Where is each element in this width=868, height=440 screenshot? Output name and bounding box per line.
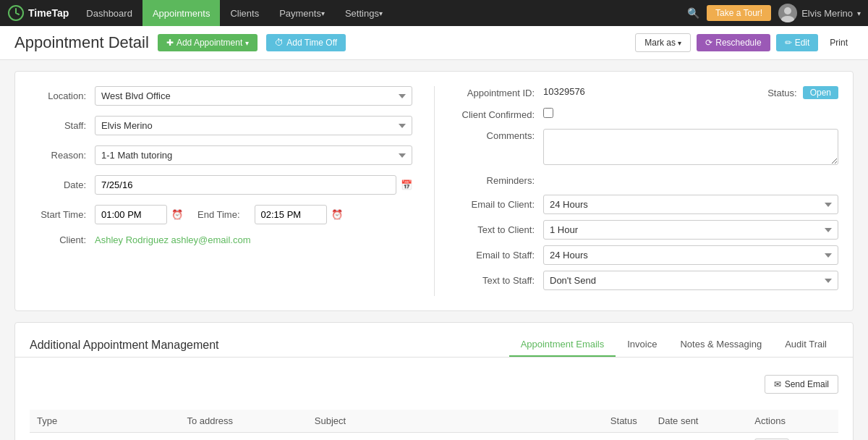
time-group: ⏰ End Time: ⏰ (95, 205, 412, 224)
cell-to-address (180, 433, 307, 441)
add-time-off-button[interactable]: ⏱ Add Time Off (266, 34, 346, 51)
client-link[interactable]: Ashley Rodriguez ashley@email.com (95, 234, 251, 245)
edit-button[interactable]: ✏ Edit (776, 34, 819, 51)
search-icon[interactable]: 🔍 (680, 7, 707, 19)
col-subject: Subject (307, 410, 603, 433)
col-date-sent: Date sent (651, 410, 747, 433)
appointment-detail-card: Location: West Blvd Office Staff: Elvis … (14, 71, 854, 311)
reason-row: Reason: 1-1 Math tutoring (30, 145, 412, 165)
staff-label: Staff: (30, 120, 95, 131)
email-to-client-row: Email to Client: 24 Hours (456, 195, 838, 214)
appt-id-value: 10329576 (543, 86, 760, 97)
text-to-staff-row: Text to Staff: Don't Send (456, 271, 838, 290)
reschedule-button[interactable]: ⟳ Reschedule (697, 34, 770, 51)
cell-actions: View Resend (747, 433, 838, 441)
send-email-button[interactable]: ✉ Send Email (765, 375, 838, 394)
cell-date-sent: Jul 25, 16 11:45:18 AM (651, 433, 747, 441)
email-to-staff-select[interactable]: 24 Hours (543, 245, 838, 265)
management-card: Additional Appointment Management Appoin… (14, 322, 854, 440)
text-to-client-row: Text to Client: 1 Hour (456, 220, 838, 240)
end-time-input[interactable] (255, 205, 327, 224)
col-to-address: To address (180, 410, 307, 433)
col-status: Status (603, 410, 651, 433)
reason-label: Reason: (30, 150, 95, 161)
top-navigation: TimeTap Dashboard Appointments Clients P… (0, 0, 868, 26)
cell-subject (307, 433, 603, 441)
print-button[interactable]: Print (824, 34, 854, 51)
chevron-down-icon: ▾ (857, 9, 861, 17)
clock-icon: ⏱ (275, 38, 284, 48)
date-input[interactable] (95, 175, 396, 195)
envelope-icon: ✉ (774, 379, 781, 389)
location-row: Location: West Blvd Office (30, 86, 412, 106)
tab-invoice[interactable]: Invoice (616, 333, 668, 357)
detail-grid: Location: West Blvd Office Staff: Elvis … (30, 86, 838, 296)
time-row: Start Time: ⏰ End Time: ⏰ (30, 205, 412, 224)
staff-row: Staff: Elvis Merino (30, 116, 412, 135)
email-to-client-select[interactable]: 24 Hours (543, 195, 838, 214)
email-to-staff-label: Email to Staff: (456, 250, 543, 261)
nav-payments[interactable]: Payments (269, 0, 335, 26)
main-content: Location: West Blvd Office Staff: Elvis … (0, 60, 868, 440)
add-appointment-button[interactable]: ✚ Add Appointment ▾ (158, 34, 258, 51)
svg-point-1 (784, 7, 791, 14)
reason-select[interactable]: 1-1 Math tutoring (95, 145, 412, 165)
take-tour-button[interactable]: Take a Tour! (707, 5, 771, 21)
management-body: ✉ Send Email Type To address Subject Sta… (15, 365, 853, 440)
email-to-staff-row: Email to Staff: 24 Hours (456, 245, 838, 265)
text-to-client-select[interactable]: 1 Hour (543, 220, 838, 240)
staff-select[interactable]: Elvis Merino (95, 116, 412, 135)
nav-appointments[interactable]: Appointments (142, 0, 221, 26)
start-time-group: ⏰ (95, 205, 183, 224)
nav-clients[interactable]: Clients (220, 0, 269, 26)
date-row: Date: 📅 (30, 175, 412, 195)
end-time-label: End Time: (197, 209, 240, 220)
page-header: Appointment Detail ✚ Add Appointment ▾ ⏱… (0, 26, 868, 60)
end-time-group: ⏰ (255, 205, 343, 224)
reminders-label: Reminders: (456, 174, 543, 186)
svg-point-2 (781, 16, 794, 22)
nav-settings[interactable]: Settings (335, 0, 393, 26)
clock-icon-end: ⏰ (331, 209, 343, 220)
logo[interactable]: TimeTap (7, 4, 69, 22)
text-to-staff-label: Text to Staff: (456, 275, 543, 286)
comments-textarea[interactable] (543, 129, 838, 165)
tab-notes-messaging[interactable]: Notes & Messaging (668, 333, 773, 357)
appt-id-label: Appointment ID: (456, 86, 543, 98)
table-row: Appointment Reminder Text Messsage Faile… (30, 433, 838, 441)
client-confirmed-label: Client Confirmed: (456, 108, 543, 120)
location-label: Location: (30, 90, 95, 101)
user-name: Elvis Merino (801, 8, 853, 19)
text-to-client-label: Text to Client: (456, 224, 543, 235)
status-label: Status: (760, 86, 803, 98)
dropdown-arrow-icon: ▾ (245, 39, 249, 47)
location-select[interactable]: West Blvd Office (95, 86, 412, 106)
management-title: Additional Appointment Management (30, 339, 219, 352)
plus-icon: ✚ (166, 38, 174, 48)
calendar-icon[interactable]: 📅 (401, 179, 412, 190)
user-menu[interactable]: Elvis Merino ▾ (778, 4, 861, 22)
nav-dashboard[interactable]: Dashboard (76, 0, 142, 26)
cell-type: Appointment Reminder Text Messsage (30, 433, 180, 441)
tab-appointment-emails[interactable]: Appointment Emails (509, 333, 616, 357)
date-label: Date: (30, 179, 95, 190)
avatar (778, 4, 797, 22)
tab-audit-trail[interactable]: Audit Trail (773, 333, 838, 357)
clock-icon: ⏰ (171, 209, 183, 220)
chevron-icon: ▾ (678, 39, 681, 47)
email-to-client-label: Email to Client: (456, 199, 543, 210)
col-type: Type (30, 410, 180, 433)
page-header-right: Mark as ▾ ⟳ Reschedule ✏ Edit Print (635, 33, 854, 52)
col-actions: Actions (747, 410, 838, 433)
mark-as-button[interactable]: Mark as ▾ (635, 33, 691, 52)
management-tabs: Appointment Emails Invoice Notes & Messa… (509, 333, 838, 357)
start-time-input[interactable] (95, 205, 167, 224)
emails-table: Type To address Subject Status Date sent… (30, 410, 838, 440)
text-to-staff-select[interactable]: Don't Send (543, 271, 838, 290)
start-time-label: Start Time: (30, 209, 95, 220)
client-confirmed-checkbox[interactable] (543, 108, 553, 118)
detail-right: Appointment ID: 10329576 Status: Open Cl… (434, 86, 838, 296)
client-row: Client: Ashley Rodriguez ashley@email.co… (30, 234, 412, 245)
cell-status: Failed (603, 433, 651, 441)
page-header-left: Appointment Detail ✚ Add Appointment ▾ ⏱… (14, 33, 346, 52)
